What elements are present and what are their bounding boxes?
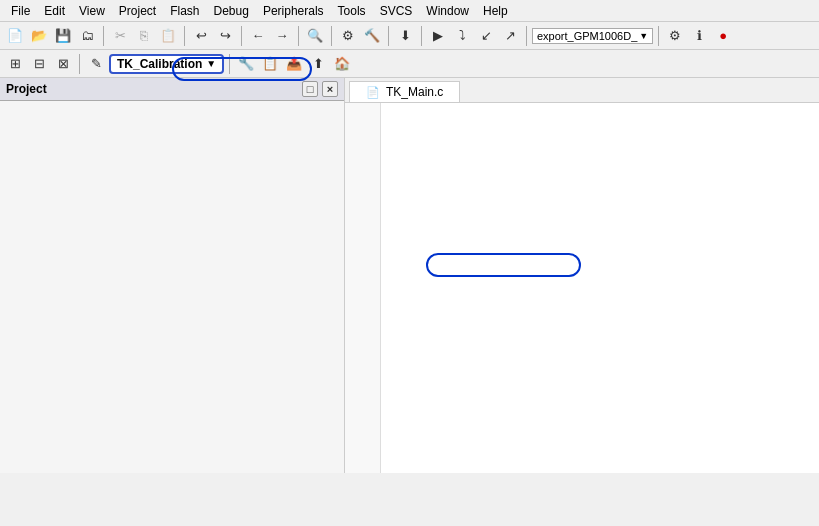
project-panel-title: Project bbox=[6, 82, 47, 96]
panel-close-button[interactable]: × bbox=[322, 81, 338, 97]
sep1 bbox=[103, 26, 104, 46]
code-content[interactable] bbox=[381, 103, 819, 473]
tab-dropdown-arrow[interactable]: ▼ bbox=[206, 58, 216, 69]
tab-label: TK_Calibration bbox=[117, 57, 202, 71]
sep4 bbox=[298, 26, 299, 46]
sep6 bbox=[388, 26, 389, 46]
project-tree bbox=[0, 101, 344, 473]
sep8 bbox=[526, 26, 527, 46]
step-over-button[interactable]: ⤵ bbox=[451, 25, 473, 47]
main-layout: Project □ × 📄 TK_Main.c bbox=[0, 78, 819, 473]
toolbar-tabs: ⊞ ⊟ ⊠ ✎ TK_Calibration ▼ 🔧 📋 📤 ⬆ 🏠 bbox=[0, 50, 819, 78]
save-button[interactable]: 💾 bbox=[52, 25, 74, 47]
copy-button[interactable]: ⎘ bbox=[133, 25, 155, 47]
cut-button[interactable]: ✂ bbox=[109, 25, 131, 47]
code-area[interactable] bbox=[345, 103, 819, 473]
editor-tab-bar: 📄 TK_Main.c bbox=[345, 78, 819, 103]
editor-panel: 📄 TK_Main.c bbox=[345, 78, 819, 473]
export-dropdown[interactable]: export_GPM1006D_ ▼ bbox=[532, 28, 653, 44]
project-panel-header: Project □ × bbox=[0, 78, 344, 101]
paste-button[interactable]: 📋 bbox=[157, 25, 179, 47]
sep7 bbox=[421, 26, 422, 46]
undo-button[interactable]: ↩ bbox=[190, 25, 212, 47]
project-panel: Project □ × bbox=[0, 78, 345, 473]
menubar: File Edit View Project Flash Debug Perip… bbox=[0, 0, 819, 22]
find-button[interactable]: 🔍 bbox=[304, 25, 326, 47]
editor-tab-icon: 📄 bbox=[366, 86, 380, 99]
menu-edit[interactable]: Edit bbox=[37, 2, 72, 20]
toolbar2-btn3[interactable]: ⊠ bbox=[52, 53, 74, 75]
toolbar2-btn4[interactable]: ✎ bbox=[85, 53, 107, 75]
redo-button[interactable]: ↪ bbox=[214, 25, 236, 47]
panel-header-icons: □ × bbox=[302, 81, 338, 97]
toolbar2-btn8[interactable]: ⬆ bbox=[307, 53, 329, 75]
toolbar2-btn7[interactable]: 📤 bbox=[283, 53, 305, 75]
toolbar-main: 📄 📂 💾 🗂 ✂ ⎘ 📋 ↩ ↪ ← → 🔍 ⚙ 🔨 ⬇ ▶ ⤵ ↙ ↗ ex… bbox=[0, 22, 819, 50]
save-all-button[interactable]: 🗂 bbox=[76, 25, 98, 47]
menu-flash[interactable]: Flash bbox=[163, 2, 206, 20]
menu-view[interactable]: View bbox=[72, 2, 112, 20]
menu-file[interactable]: File bbox=[4, 2, 37, 20]
tk-calibration-tab[interactable]: TK_Calibration ▼ bbox=[109, 54, 224, 74]
export-dropdown-arrow[interactable]: ▼ bbox=[639, 31, 648, 41]
debug-start-button[interactable]: ▶ bbox=[427, 25, 449, 47]
open-file-button[interactable]: 📂 bbox=[28, 25, 50, 47]
menu-peripherals[interactable]: Peripherals bbox=[256, 2, 331, 20]
forward-button[interactable]: → bbox=[271, 25, 293, 47]
menu-svcs[interactable]: SVCS bbox=[373, 2, 420, 20]
rebuild-button[interactable]: 🔨 bbox=[361, 25, 383, 47]
menu-tools[interactable]: Tools bbox=[331, 2, 373, 20]
sep2 bbox=[184, 26, 185, 46]
menu-project[interactable]: Project bbox=[112, 2, 163, 20]
menu-window[interactable]: Window bbox=[419, 2, 476, 20]
new-file-button[interactable]: 📄 bbox=[4, 25, 26, 47]
sep9 bbox=[658, 26, 659, 46]
line-numbers bbox=[345, 103, 381, 473]
toolbar2-btn5[interactable]: 🔧 bbox=[235, 53, 257, 75]
toolbar2-btn2[interactable]: ⊟ bbox=[28, 53, 50, 75]
toolbar2-btn9[interactable]: 🏠 bbox=[331, 53, 353, 75]
menu-debug[interactable]: Debug bbox=[207, 2, 256, 20]
info-button[interactable]: ℹ bbox=[688, 25, 710, 47]
stop-button[interactable]: ● bbox=[712, 25, 734, 47]
step-into-button[interactable]: ↙ bbox=[475, 25, 497, 47]
back-button[interactable]: ← bbox=[247, 25, 269, 47]
editor-tab-main[interactable]: 📄 TK_Main.c bbox=[349, 81, 460, 102]
project-tree-area bbox=[0, 101, 344, 473]
panel-float-button[interactable]: □ bbox=[302, 81, 318, 97]
sep3 bbox=[241, 26, 242, 46]
target-settings-button[interactable]: ⚙ bbox=[664, 25, 686, 47]
sep5 bbox=[331, 26, 332, 46]
download-button[interactable]: ⬇ bbox=[394, 25, 416, 47]
toolbar2-btn1[interactable]: ⊞ bbox=[4, 53, 26, 75]
toolbar2-btn6[interactable]: 📋 bbox=[259, 53, 281, 75]
menu-help[interactable]: Help bbox=[476, 2, 515, 20]
build-button[interactable]: ⚙ bbox=[337, 25, 359, 47]
export-label: export_GPM1006D_ bbox=[537, 30, 637, 42]
step-out-button[interactable]: ↗ bbox=[499, 25, 521, 47]
sep11 bbox=[229, 54, 230, 74]
sep10 bbox=[79, 54, 80, 74]
editor-tab-label: TK_Main.c bbox=[386, 85, 443, 99]
